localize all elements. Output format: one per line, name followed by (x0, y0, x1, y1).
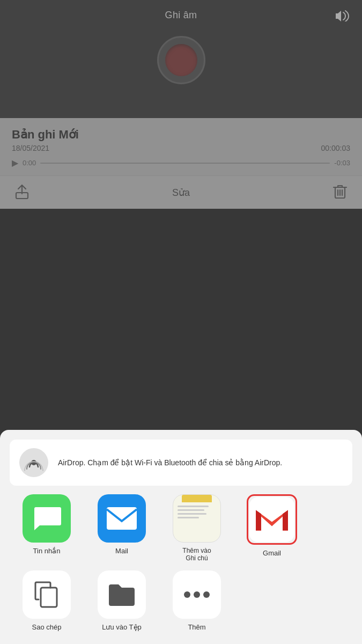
action-more[interactable]: Thêm (162, 570, 232, 631)
app-notes[interactable]: Thêm vào Ghi chú (162, 494, 232, 562)
folder-action-icon (98, 570, 146, 619)
airdrop-description: AirDrop. Chạm để bật Wi-Fi và Bluetooth … (58, 457, 343, 468)
share-sheet-overlay: AirDrop. Chạm để bật Wi-Fi và Bluetooth … (0, 0, 362, 644)
svg-point-9 (184, 591, 190, 598)
svg-point-10 (194, 591, 200, 598)
copy-action-icon (23, 570, 71, 619)
mail-label: Mail (115, 547, 128, 555)
app-gmail[interactable]: Gmail (237, 494, 307, 562)
notes-icon (173, 494, 221, 543)
actions-row: Sao chép Lưu vào Tệp (10, 570, 352, 631)
messages-icon (23, 494, 71, 543)
gmail-icon (249, 497, 294, 542)
messages-label: Tin nhắn (33, 547, 61, 555)
action-save-files[interactable]: Lưu vào Tệp (87, 570, 157, 631)
mail-icon (98, 494, 146, 543)
app-messages[interactable]: Tin nhắn (12, 494, 82, 562)
action-copy[interactable]: Sao chép (12, 570, 82, 631)
save-files-label: Lưu vào Tệp (102, 623, 142, 631)
airdrop-icon (19, 448, 48, 477)
svg-point-11 (203, 591, 210, 598)
app-mail[interactable]: Mail (87, 494, 157, 562)
copy-label: Sao chép (32, 623, 62, 631)
more-label: Thêm (188, 623, 205, 631)
svg-rect-6 (107, 507, 137, 530)
airdrop-option[interactable]: AirDrop. Chạm để bật Wi-Fi và Bluetooth … (10, 440, 352, 486)
apps-row: Tin nhắn Mail (10, 494, 352, 562)
gmail-label: Gmail (263, 549, 281, 557)
share-sheet: AirDrop. Chạm để bật Wi-Fi và Bluetooth … (0, 430, 362, 644)
gmail-highlight-border (247, 494, 297, 545)
notes-label: Thêm vào Ghi chú (182, 547, 211, 562)
more-action-icon (173, 570, 221, 619)
svg-rect-8 (41, 588, 57, 607)
